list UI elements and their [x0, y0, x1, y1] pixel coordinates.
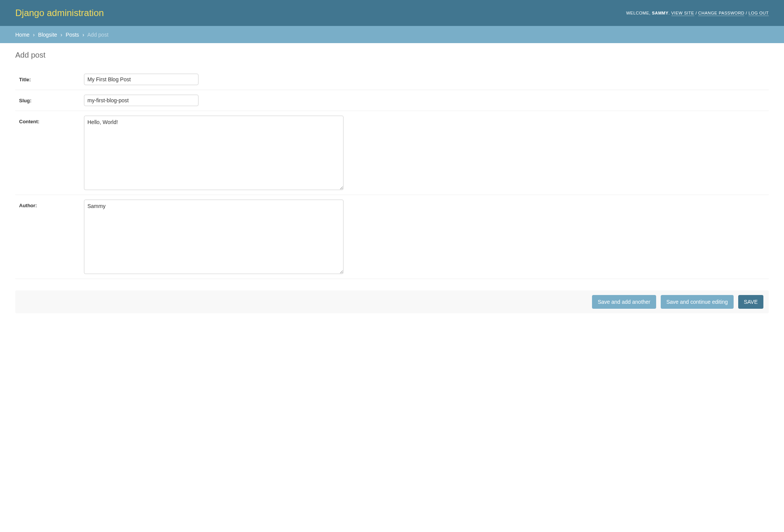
breadcrumb-current: Add post	[87, 32, 108, 38]
author-row: Author: Sammy	[15, 195, 769, 279]
content: Add post Title: Slug: Content: Hello, Wo…	[0, 43, 784, 321]
content-row: Content: Hello, World!	[15, 111, 769, 195]
save-button[interactable]: SAVE	[738, 295, 763, 309]
username: SAMMY	[652, 11, 668, 15]
title-row: Title:	[15, 69, 769, 90]
save-continue-button[interactable]: Save and continue editing	[661, 295, 734, 309]
title-label: Title:	[15, 74, 84, 82]
save-add-another-button[interactable]: Save and add another	[592, 295, 656, 309]
slug-row: Slug:	[15, 90, 769, 111]
header: Django administration WELCOME, SAMMY. VI…	[0, 0, 784, 26]
author-label: Author:	[15, 200, 84, 208]
branding-title: Django administration	[15, 8, 104, 18]
submit-row: Save and add another Save and continue e…	[15, 290, 769, 313]
user-tools: WELCOME, SAMMY. VIEW SITE / CHANGE PASSW…	[626, 11, 769, 15]
content-textarea[interactable]: Hello, World!	[84, 116, 344, 190]
change-password-link[interactable]: CHANGE PASSWORD	[698, 11, 744, 16]
content-label: Content:	[15, 116, 84, 124]
slug-input[interactable]	[84, 95, 198, 106]
slug-label: Slug:	[15, 95, 84, 103]
page-title: Add post	[15, 51, 769, 60]
breadcrumb: Home › Blogsite › Posts › Add post	[0, 26, 784, 43]
add-post-form: Title: Slug: Content: Hello, World! Auth…	[15, 69, 769, 313]
breadcrumb-home[interactable]: Home	[15, 32, 29, 38]
view-site-link[interactable]: VIEW SITE	[671, 11, 694, 16]
breadcrumb-app[interactable]: Blogsite	[38, 32, 57, 38]
author-textarea[interactable]: Sammy	[84, 200, 344, 274]
title-input[interactable]	[84, 74, 198, 85]
logout-link[interactable]: LOG OUT	[749, 11, 769, 16]
welcome-text: WELCOME,	[626, 11, 650, 15]
breadcrumb-model[interactable]: Posts	[66, 32, 79, 38]
